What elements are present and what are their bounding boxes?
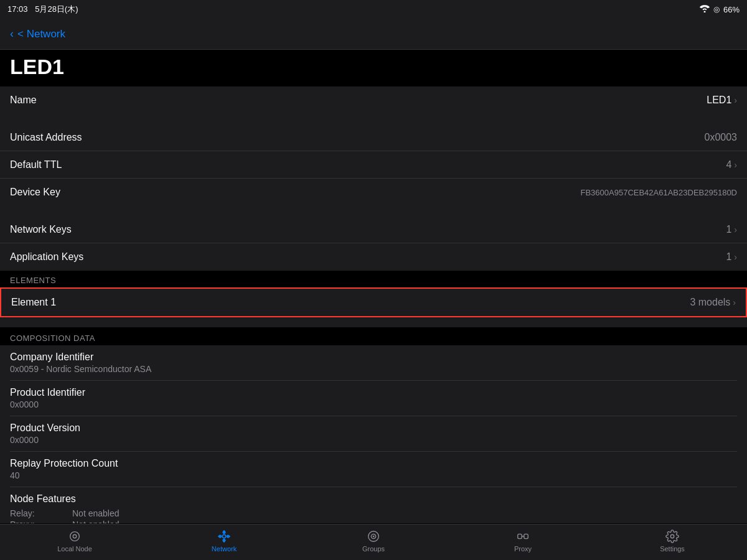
location-icon: ◎ — [713, 5, 720, 14]
status-time: 17:03 5月28日(木) — [7, 4, 78, 15]
network-keys-row[interactable]: Network Keys 1 › — [0, 216, 747, 243]
device-key-label: Device Key — [10, 187, 60, 198]
name-value: LED1 › — [707, 95, 737, 106]
relay-label: Relay: — [10, 508, 72, 518]
groups-icon — [367, 530, 380, 543]
back-arrow-icon: ‹ — [10, 27, 14, 40]
content-area: Name LED1 › Unicast Address 0x0003 Defau… — [0, 86, 747, 523]
ttl-label: Default TTL — [10, 159, 62, 170]
svg-rect-10 — [518, 534, 522, 538]
product-version-item: Product Version 0x0000 — [10, 416, 737, 452]
tab-network-label: Network — [212, 545, 237, 553]
back-button[interactable]: ‹ < Network — [10, 27, 65, 40]
element-1-value: 3 models › — [690, 297, 736, 308]
replay-protection-value: 40 — [10, 470, 737, 480]
name-section: Name LED1 › — [0, 86, 747, 114]
element-1-row[interactable]: Element 1 3 models › — [0, 287, 747, 317]
network-keys-label: Network Keys — [10, 224, 72, 235]
tab-network[interactable]: Network — [149, 530, 299, 555]
replay-protection-title: Replay Protection Count — [10, 458, 737, 469]
element-1-chevron-icon: › — [733, 297, 736, 307]
svg-point-13 — [670, 534, 674, 538]
app-keys-value: 1 › — [726, 251, 737, 263]
features-grid: Relay: Not enabled Proxy: Not enabled Fr… — [10, 508, 737, 523]
node-features-item: Node Features Relay: Not enabled Proxy: … — [10, 487, 737, 523]
name-chevron-icon: › — [734, 95, 737, 105]
divider-3 — [0, 317, 747, 327]
tab-settings[interactable]: Settings — [598, 530, 747, 555]
unicast-label: Unicast Address — [10, 132, 82, 143]
tab-groups[interactable]: Groups — [299, 530, 448, 555]
unicast-row: Unicast Address 0x0003 — [0, 124, 747, 151]
name-label: Name — [10, 95, 37, 106]
company-identifier-value: 0x0059 - Nordic Semiconductor ASA — [10, 364, 737, 374]
status-indicators: ◎ 66% — [700, 5, 740, 14]
replay-protection-item: Replay Protection Count 40 — [10, 452, 737, 487]
product-identifier-title: Product Identifier — [10, 387, 737, 398]
tab-local-node[interactable]: Local Node — [0, 530, 149, 555]
network-keys-value: 1 › — [726, 224, 737, 235]
device-key-row: Device Key FB3600A957CEB42A61AB23DEB2951… — [0, 179, 747, 206]
svg-point-0 — [70, 532, 80, 541]
unicast-value: 0x0003 — [705, 132, 738, 143]
element-1-label: Element 1 — [11, 297, 56, 308]
company-identifier-title: Company Identifier — [10, 352, 737, 363]
svg-rect-11 — [524, 534, 528, 538]
divider-2 — [0, 206, 747, 216]
name-row[interactable]: Name LED1 › — [0, 86, 747, 114]
ttl-row[interactable]: Default TTL 4 › — [0, 151, 747, 179]
tab-settings-label: Settings — [660, 545, 685, 553]
ttl-chevron-icon: › — [734, 160, 737, 170]
page-title-area: LED1 — [0, 50, 747, 86]
tab-proxy-label: Proxy — [514, 545, 532, 553]
tab-groups-label: Groups — [362, 545, 385, 553]
status-bar: 17:03 5月28日(木) ◎ 66% — [0, 0, 747, 19]
node-features-title: Node Features — [10, 493, 737, 505]
composition-header: COMPOSITION DATA — [0, 327, 747, 345]
battery-indicator: 66% — [723, 5, 740, 14]
back-label: < Network — [17, 28, 65, 40]
proxy-label: Proxy: — [10, 520, 72, 523]
product-identifier-item: Product Identifier 0x0000 — [10, 381, 737, 416]
nav-bar: ‹ < Network — [0, 19, 747, 50]
elements-section-header: ELEMENTS — [0, 271, 747, 287]
product-version-title: Product Version — [10, 422, 737, 434]
local-node-icon — [68, 530, 82, 543]
wifi-icon — [700, 5, 710, 14]
network-icon — [217, 530, 231, 543]
app-keys-row[interactable]: Application Keys 1 › — [0, 243, 747, 271]
ttl-value: 4 › — [726, 159, 737, 170]
composition-section: Company Identifier 0x0059 - Nordic Semic… — [0, 345, 747, 523]
address-section: Unicast Address 0x0003 Default TTL 4 › D… — [0, 124, 747, 206]
tab-local-node-label: Local Node — [57, 545, 92, 553]
svg-point-9 — [373, 536, 375, 538]
page-title: LED1 — [10, 55, 737, 79]
settings-icon — [665, 530, 679, 543]
product-identifier-value: 0x0000 — [10, 399, 737, 409]
company-identifier-item: Company Identifier 0x0059 - Nordic Semic… — [10, 345, 737, 381]
proxy-icon — [516, 530, 530, 543]
svg-point-2 — [222, 534, 226, 538]
device-key-value: FB3600A957CEB42A61AB23DEB295180D — [580, 188, 737, 197]
app-keys-label: Application Keys — [10, 251, 83, 263]
keys-section: Network Keys 1 › Application Keys 1 › — [0, 216, 747, 271]
tab-proxy[interactable]: Proxy — [448, 530, 598, 555]
svg-point-1 — [73, 534, 77, 538]
proxy-value: Not enabled — [72, 520, 737, 523]
relay-value: Not enabled — [72, 508, 737, 518]
app-keys-chevron-icon: › — [734, 252, 737, 262]
product-version-value: 0x0000 — [10, 435, 737, 445]
network-keys-chevron-icon: › — [734, 225, 737, 235]
divider-1 — [0, 114, 747, 124]
tab-bar: Local Node Network Groups Proxy — [0, 524, 747, 560]
